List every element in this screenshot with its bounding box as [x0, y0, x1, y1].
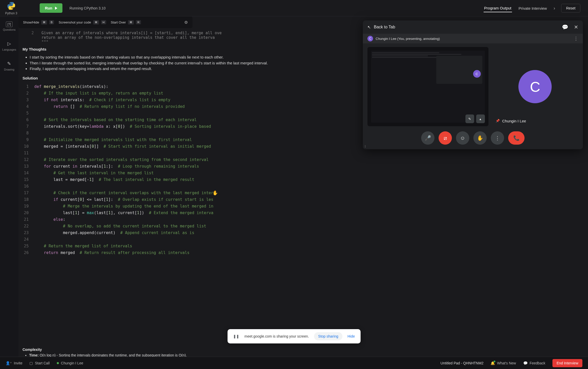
python-logo-icon	[7, 1, 16, 10]
call-controls: 🎤 ⧄ ☺ ✋ ⋮ 📞	[363, 130, 583, 149]
run-status: Running CPython 3.10	[70, 6, 106, 10]
drawing-icon: ✎	[6, 60, 13, 67]
video-body: C ✎ ▴ 📶 C 📌 Chungin I Lee	[363, 43, 583, 130]
chat-icon[interactable]: 💬	[562, 24, 568, 30]
complexity-title: Complexity	[23, 348, 187, 352]
video-call-panel: ↖ Back to Tab 💬 ✕ C Chungin I Lee (You, …	[363, 20, 583, 149]
reset-button[interactable]: Reset	[561, 4, 580, 13]
screen-share-thumbnail	[371, 51, 485, 123]
rail-languages-label: Languages	[2, 48, 16, 51]
languages-icon: ▷	[6, 40, 13, 47]
presence-indicator[interactable]: Chungin I Lee	[57, 361, 83, 365]
self-name: Chungin I Lee	[502, 119, 526, 123]
more-options-button[interactable]: ⋮	[491, 131, 504, 145]
annotation-controls: ✎ ▴	[465, 114, 485, 123]
rail-drawing[interactable]: ✎ Drawing	[4, 60, 14, 71]
play-icon	[55, 7, 57, 10]
language-label: Python 3	[5, 11, 17, 15]
invite-icon: 👤⁺	[6, 361, 12, 365]
rail-languages[interactable]: ▷ Languages	[2, 40, 16, 51]
chevron-right-icon[interactable]: ›	[553, 6, 555, 11]
rail-questions[interactable]: [?] Questions	[3, 21, 16, 31]
more-vert-icon[interactable]: ⋮	[574, 36, 578, 41]
presence-dot-icon	[57, 362, 59, 364]
editor-toolbar: Show/Hide ⌘ B Screenshot your code ⌘ H S…	[18, 16, 192, 28]
whats-new-button[interactable]: 🔔 What's New	[491, 361, 516, 365]
complexity-time: Time: O(n log n) - Sorting the intervals…	[29, 353, 187, 357]
run-label: Run	[45, 6, 52, 10]
pin-icon[interactable]: 📌	[496, 119, 500, 123]
reactions-button[interactable]: ☺	[456, 131, 469, 145]
share-avatar-icon: C	[473, 70, 481, 78]
run-button[interactable]: Run	[40, 3, 62, 13]
top-bar: Python 3 Run Running CPython 3.10 Progra…	[0, 0, 588, 16]
back-arrow-icon[interactable]: ↖	[367, 25, 371, 30]
toolbar-gear-icon[interactable]: ⚙	[184, 20, 188, 25]
annotate-pen-icon[interactable]: ✎	[465, 114, 474, 123]
screen-share-banner: ❚❚ meet.google.com is sharing your scree…	[227, 329, 361, 343]
tb-show-hide[interactable]: Show/Hide ⌘ B	[23, 20, 54, 25]
camera-off-button[interactable]: ⧄	[439, 131, 452, 145]
invite-button[interactable]: 👤⁺Invite	[6, 361, 22, 365]
video-header: ↖ Back to Tab 💬 ✕	[363, 20, 583, 34]
stop-sharing-button[interactable]: Stop sharing	[314, 332, 342, 340]
close-icon[interactable]: ✕	[574, 24, 578, 30]
self-video-tile[interactable]: C 📌 Chungin I Lee	[492, 47, 579, 126]
tb-screenshot[interactable]: Screenshot your code ⌘ H	[59, 20, 106, 25]
tab-private-interview[interactable]: Private Interview	[518, 5, 548, 12]
rail-questions-label: Questions	[3, 28, 16, 31]
language-badge[interactable]: Python 3	[5, 1, 17, 15]
start-call-button[interactable]: ▢Start Call	[29, 361, 50, 365]
presenter-bar: C Chungin I Lee (You, presenting, annota…	[363, 34, 583, 43]
tb-start-over[interactable]: Start Over ⌘ R	[111, 20, 141, 25]
end-interview-button[interactable]: End Interview	[552, 359, 582, 367]
bell-icon: 🔔	[491, 361, 495, 365]
pause-icon: ❚❚	[233, 334, 239, 338]
self-avatar-icon: C	[518, 70, 552, 103]
chat-bubble-icon: 💬	[523, 361, 528, 365]
presenter-avatar-icon: C	[367, 36, 373, 41]
screen-share-view[interactable]: C ✎ ▴ 📶	[367, 47, 488, 126]
video-icon: ▢	[29, 361, 33, 365]
questions-icon: [?]	[6, 21, 13, 27]
left-rail: [?] Questions ▷ Languages ✎ Drawing	[0, 16, 18, 357]
bottom-bar: 👤⁺Invite ▢Start Call Chungin I Lee Untit…	[0, 357, 588, 369]
raise-hand-button[interactable]: ✋	[473, 131, 487, 145]
presenter-name: Chungin I Lee (You, presenting, annotati…	[376, 37, 440, 41]
tab-program-output[interactable]: Program Output	[484, 4, 512, 12]
feedback-button[interactable]: 💬Feedback	[523, 361, 545, 365]
share-text: meet.google.com is sharing your screen.	[244, 334, 309, 338]
hide-banner-link[interactable]: Hide	[347, 334, 355, 338]
hangup-button[interactable]: 📞	[508, 131, 525, 145]
pad-name[interactable]: Untitled Pad - QHNHTNM2	[440, 361, 483, 365]
back-to-tab-label[interactable]: Back to Tab	[374, 25, 395, 29]
annotate-expand-icon[interactable]: ▴	[476, 114, 485, 123]
mic-button[interactable]: 🎤	[421, 131, 434, 145]
rail-drawing-label: Drawing	[4, 68, 14, 71]
right-tabs: Program Output Private Interview › Reset	[484, 0, 580, 16]
complexity-section: Complexity Time: O(n log n) - Sorting th…	[23, 348, 187, 357]
